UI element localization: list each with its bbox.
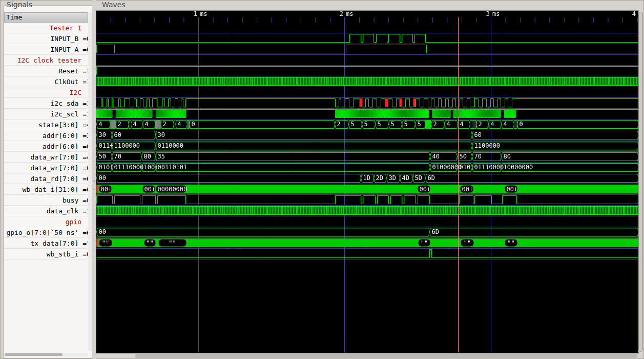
- scrollbar-thumb[interactable]: [135, 354, 637, 358]
- time-column-header[interactable]: Time: [4, 12, 88, 23]
- waves-panel-title: Waves: [100, 1, 127, 9]
- signal-row[interactable]: addr[6:0] =3: [4, 130, 88, 141]
- panel-splitter[interactable]: [92, 0, 96, 359]
- signal-row[interactable]: busy =0: [4, 195, 88, 206]
- scrollbar-thumb[interactable]: [638, 12, 643, 352]
- signals-horizontal-scrollbar[interactable]: [5, 353, 88, 356]
- signal-label: Reset =: [58, 66, 87, 76]
- signals-panel: Time Tester 1INPUT_B =0INPUT_A =0I2C clo…: [3, 5, 93, 358]
- signal-label: Tester 1: [49, 23, 81, 33]
- signal-name-list: Tester 1INPUT_B =0INPUT_A =0I2C clock te…: [4, 23, 88, 260]
- signal-row[interactable]: ClkOut =1: [4, 76, 88, 87]
- signal-row[interactable]: tx_data[7:0] =": [4, 238, 88, 249]
- signal-row[interactable]: gpio_o[7:0]`50 ns' =6: [4, 227, 88, 238]
- signal-label: i2c_sda =: [51, 98, 87, 109]
- signal-row[interactable]: wb_stb_i =0: [4, 249, 88, 260]
- group-row[interactable]: Tester 1: [4, 23, 88, 33]
- group-row[interactable]: I2C: [4, 87, 88, 98]
- signal-label: i2c_scl =: [51, 109, 87, 119]
- signal-row[interactable]: Reset =1: [4, 66, 88, 76]
- signal-label: data_wr[7:0] =: [30, 163, 87, 173]
- waves-vertical-scrollbar[interactable]: [638, 11, 643, 353]
- signal-row[interactable]: data_wr[7:0] =0: [4, 163, 88, 173]
- signal-row[interactable]: state[3:0] =4: [4, 119, 88, 130]
- signal-label: gpio: [66, 216, 81, 227]
- signal-label: I2C: [70, 87, 81, 98]
- splitter-grip-icon: [93, 181, 95, 190]
- signal-label: addr[6:0] =: [43, 141, 87, 152]
- signal-label: gpio_o[7:0]`50 ns' =: [6, 227, 87, 238]
- signal-label: busy =: [63, 195, 87, 206]
- signal-label: state[3:0] =: [38, 119, 87, 130]
- signal-row[interactable]: data_rd[7:0] =6: [4, 173, 88, 184]
- signals-vertical-scrollbar[interactable]: [88, 12, 92, 351]
- signal-label: addr[6:0] =: [43, 130, 87, 141]
- signal-row[interactable]: INPUT_B =0: [4, 33, 88, 44]
- signal-row[interactable]: i2c_scl =1: [4, 109, 88, 119]
- group-row[interactable]: I2C clock tester: [4, 55, 88, 66]
- scrollbar-thumb[interactable]: [5, 353, 63, 356]
- signal-label: wb_dat_i[31:0] =: [23, 184, 87, 195]
- signal-row[interactable]: wb_dat_i[31:0] =0: [4, 184, 88, 195]
- signal-row[interactable]: data_clk =1: [4, 206, 88, 216]
- signal-label: data_clk =: [47, 206, 87, 216]
- signal-label: tx_data[7:0] =: [30, 238, 87, 249]
- signal-row[interactable]: addr[6:0] =0: [4, 141, 88, 152]
- signal-label: data_rd[7:0] =: [30, 173, 87, 184]
- signal-label: ClkOut =: [54, 76, 87, 87]
- signal-row[interactable]: INPUT_A =0: [4, 44, 88, 55]
- signal-label: INPUT_A =: [51, 44, 87, 55]
- gtkwave-window: Signals Waves Time Tester 1INPUT_B =0INP…: [0, 0, 644, 359]
- signal-row[interactable]: i2c_sda =1: [4, 98, 88, 109]
- group-row[interactable]: gpio: [4, 216, 88, 227]
- waveform-canvas[interactable]: [96, 10, 639, 354]
- signal-label: INPUT_B =: [51, 33, 87, 44]
- signal-label: wb_stb_i =: [47, 249, 87, 260]
- signal-label: data_wr[7:0] =: [30, 152, 87, 163]
- waves-horizontal-scrollbar[interactable]: [96, 353, 638, 358]
- signals-panel-title: Signals: [5, 1, 34, 9]
- signal-row[interactable]: data_wr[7:0] =4: [4, 152, 88, 163]
- signal-label: I2C clock tester: [17, 55, 81, 66]
